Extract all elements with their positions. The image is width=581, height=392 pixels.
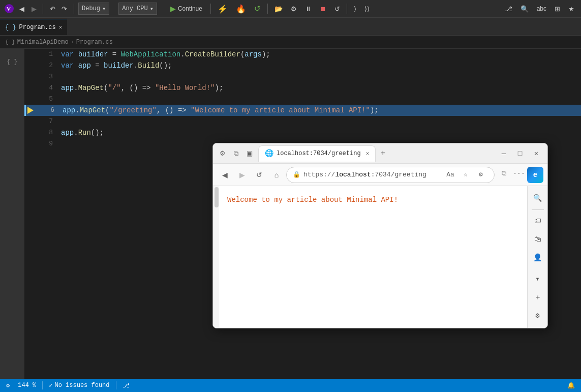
statusbar-debug-icon[interactable]: ⚙ [4, 379, 12, 392]
browser-user-icon[interactable]: 👤 [530, 250, 546, 266]
browser-down-icon[interactable]: ▾ [530, 271, 546, 287]
browser-zoom-in-icon[interactable]: 🔍 [530, 190, 546, 206]
brace-icon: { } [7, 58, 18, 66]
browser-tab-globe-icon: 🌐 [265, 148, 273, 159]
browser-bag-icon[interactable]: 🛍 [530, 231, 546, 248]
statusbar-branch[interactable]: ⎇ [120, 379, 132, 392]
line-content-1: var builder = WebApplication.CreateBuild… [59, 49, 581, 60]
line-number-2: 2 [34, 60, 59, 71]
browser-window-buttons: — □ ✕ [497, 146, 543, 161]
toolbar-btn5[interactable]: ↺ [332, 3, 343, 15]
toolbar-btn4[interactable]: ⏹ [317, 3, 329, 15]
undo-button[interactable]: ↶ [47, 3, 58, 15]
cpu-dropdown-arrow-icon: ▾ [150, 5, 154, 13]
line-number-3: 3 [34, 71, 59, 82]
debug-dropdown[interactable]: Debug ▾ [78, 3, 109, 15]
favorites-icon[interactable]: ☆ [458, 168, 473, 182]
line-number-6: 6 [35, 105, 60, 116]
file-icon: { } [5, 24, 16, 31]
toolbar-btn7[interactable]: ⟩⟩ [362, 3, 372, 15]
browser-page-text: Welcome to my article about Minimal API! [227, 194, 398, 321]
breadcrumb-project[interactable]: MinimalApiDemo [17, 39, 69, 46]
browser-content-area: Welcome to my article about Minimal API!… [213, 186, 547, 328]
continue-button[interactable]: ▶ Continue [166, 3, 206, 15]
read-aloud-icon[interactable]: Aa [443, 168, 457, 182]
scroll-thumb[interactable] [215, 187, 219, 207]
git-button[interactable]: ⎇ [502, 3, 515, 15]
toolbar-btn6[interactable]: ⟩ [351, 3, 359, 15]
line-number-9: 9 [34, 138, 59, 149]
statusbar-no-issues[interactable]: ✓ No issues found [47, 379, 111, 392]
url-port: :7034 [371, 171, 391, 178]
search-toolbar-button[interactable]: 🔍 [518, 3, 531, 15]
svg-text:V: V [7, 6, 11, 12]
titlebar: V ◀ ▶ ↶ ↷ Debug ▾ Any CPU ▾ ▶ Continue ⚡… [0, 0, 581, 18]
breadcrumb-file[interactable]: Program.cs [76, 39, 113, 46]
browser-tab-label: localhost:7034/greeting [277, 148, 361, 159]
separator4 [267, 4, 268, 14]
tab-close-icon[interactable]: ✕ [59, 24, 63, 31]
browser-close-button[interactable]: ✕ [529, 146, 543, 161]
lock-icon: 🔒 [293, 169, 300, 180]
reload-button[interactable]: ↺ [252, 3, 263, 15]
tab-program-cs[interactable]: { } Program.cs ✕ [0, 19, 67, 35]
browser-layout-icon[interactable]: ▣ [244, 147, 255, 160]
browser-settings-sidebar-icon[interactable]: ⚙ [530, 308, 546, 324]
browser-url-text: https://localhost:7034/greeting [303, 169, 440, 180]
no-issues-text: No issues found [54, 382, 109, 389]
browser-new-tab-button[interactable]: + [376, 146, 390, 161]
tab-label: Program.cs [19, 24, 56, 31]
zoom-level: 144 % [18, 382, 36, 389]
hot-reload-button[interactable]: 🔥 [233, 3, 249, 15]
play-icon: ▶ [170, 5, 176, 13]
text-button[interactable]: abc [534, 3, 549, 15]
browser-refresh-button[interactable]: ↺ [252, 167, 267, 183]
code-editor[interactable]: 1 var builder = WebApplication.CreateBui… [24, 49, 581, 379]
breadcrumb: { } MinimalApiDemo › Program.cs [0, 36, 581, 49]
code-line-7: 7 [24, 116, 581, 127]
branch-icon: ⎇ [123, 382, 130, 389]
browser-url-bar[interactable]: 🔒 https://localhost:7034/greeting Aa ☆ ⚙ [286, 167, 495, 183]
edge-icon: e [527, 167, 543, 183]
url-protocol: https:// [303, 171, 335, 178]
browser-copy-icon[interactable]: ⧉ [231, 147, 241, 160]
browser-page-content: Welcome to my article about Minimal API! [219, 186, 527, 328]
browser-split-icon[interactable]: ⧉ [497, 167, 511, 181]
panels-button[interactable]: ⊞ [552, 3, 563, 15]
browser-sidebar: 🔍 🏷 🛍 👤 ▾ ＋ ⚙ [527, 186, 547, 328]
browser-forward-button[interactable]: ▶ [234, 167, 250, 183]
browser-more-icon[interactable]: ··· [512, 167, 526, 181]
toolbar-btn1[interactable]: 📂 [272, 3, 285, 15]
browser-back-button[interactable]: ◀ [217, 167, 232, 183]
statusbar-zoom[interactable]: 144 % [16, 379, 38, 392]
browser-tab-close-icon[interactable]: ✕ [366, 148, 370, 159]
browser-active-tab[interactable]: 🌐 localhost:7034/greeting ✕ [258, 145, 376, 162]
main-area: { } 1 var builder = WebApplication.Creat… [0, 49, 581, 379]
redo-button[interactable]: ↷ [59, 3, 70, 15]
step-over-button[interactable]: ⚡ [215, 3, 230, 15]
debug-icon: ⚙ [6, 382, 10, 389]
undo-redo-group: ↶ ↷ [47, 3, 70, 15]
url-actions: Aa ☆ ⚙ [443, 168, 488, 182]
nav-forward-button[interactable]: ▶ [29, 4, 39, 14]
browser-tag-icon[interactable]: 🏷 [530, 213, 546, 229]
browser-home-button[interactable]: ⌂ [269, 167, 284, 183]
breadcrumb-sep: › [71, 39, 74, 46]
toolbar-btn2[interactable]: ⚙ [288, 3, 299, 15]
toolbar-btn3[interactable]: ⏸ [302, 3, 314, 15]
browser-maximize-button[interactable]: □ [513, 146, 527, 161]
browser-right-actions: ⧉ ··· e [497, 167, 543, 183]
extensions-icon[interactable]: ⚙ [474, 168, 488, 182]
star-button[interactable]: ★ [566, 3, 577, 15]
code-line-1: 1 var builder = WebApplication.CreateBui… [24, 49, 581, 60]
line-number-8: 8 [34, 127, 59, 138]
browser-add-icon[interactable]: ＋ [530, 289, 546, 306]
statusbar-notifications[interactable]: 🔔 [565, 379, 577, 392]
nav-back-button[interactable]: ◀ [17, 4, 26, 14]
browser-settings-icon[interactable]: ⚙ [217, 147, 228, 160]
browser-titlebar: ⚙ ⧉ ▣ 🌐 localhost:7034/greeting ✕ + — [213, 143, 547, 164]
breakpoint-area-6 [26, 107, 35, 114]
browser-minimize-button[interactable]: — [497, 146, 511, 161]
browser-scrollbar[interactable] [213, 186, 219, 328]
cpu-dropdown[interactable]: Any CPU ▾ [118, 3, 157, 15]
